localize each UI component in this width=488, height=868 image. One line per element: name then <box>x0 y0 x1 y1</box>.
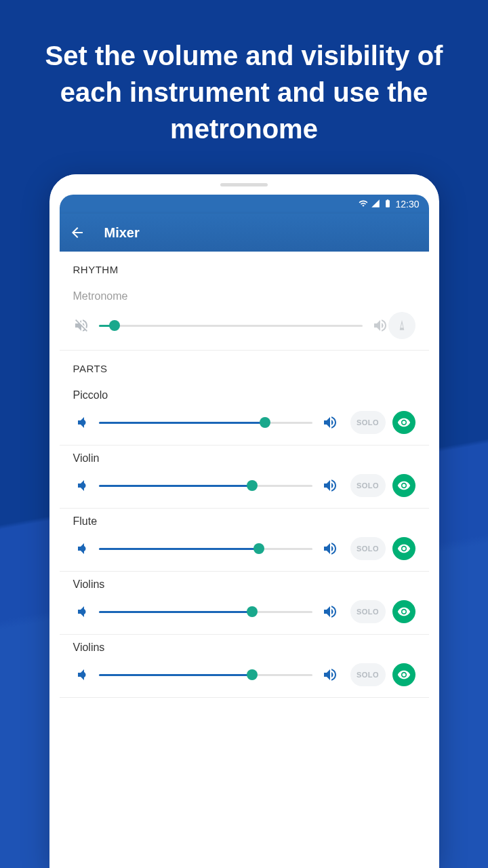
visibility-button[interactable] <box>392 663 415 686</box>
visibility-button[interactable] <box>392 537 415 560</box>
volume-mute-icon <box>73 317 89 334</box>
part-label: Flute <box>73 515 415 528</box>
mute-button[interactable] <box>73 317 89 334</box>
cellular-icon <box>371 199 380 210</box>
arrow-left-icon <box>69 224 85 241</box>
volume-up-icon <box>322 540 338 557</box>
volume-down-button[interactable] <box>73 477 89 494</box>
volume-up-button[interactable] <box>322 477 338 494</box>
volume-low-icon <box>73 604 89 620</box>
solo-button[interactable]: SOLO <box>350 600 386 623</box>
volume-up-icon <box>322 667 338 683</box>
section-header-parts: PARTS <box>60 351 429 382</box>
volume-up-icon <box>322 477 338 494</box>
metronome-item: Metronome <box>60 283 429 350</box>
status-time: 12:30 <box>395 199 419 210</box>
part-item: Violins SOLO <box>60 635 429 697</box>
part-item: Piccolo SOLO <box>60 382 429 445</box>
eye-icon <box>397 668 411 682</box>
volume-up-button[interactable] <box>322 540 338 557</box>
eye-icon <box>397 542 411 555</box>
hero-headline: Set the volume and visibility of each in… <box>0 0 488 174</box>
volume-low-icon <box>73 477 89 494</box>
volume-up-button[interactable] <box>322 414 338 431</box>
section-header-rhythm: RHYTHM <box>60 252 429 283</box>
volume-low-icon <box>73 540 89 557</box>
volume-low-icon <box>73 414 89 431</box>
volume-down-button[interactable] <box>73 540 89 557</box>
solo-button[interactable]: SOLO <box>350 537 386 560</box>
app-bar: Mixer <box>60 214 429 252</box>
back-button[interactable] <box>69 224 85 241</box>
solo-button[interactable]: SOLO <box>350 474 386 497</box>
phone-screen: 12:30 Mixer RHYTHM Metronome <box>60 195 429 868</box>
volume-up-icon <box>322 604 338 620</box>
battery-icon <box>383 199 392 210</box>
eye-icon <box>397 605 411 618</box>
volume-down-button[interactable] <box>73 604 89 620</box>
volume-up-button[interactable] <box>322 667 338 683</box>
part-item: Flute SOLO <box>60 509 429 571</box>
part-item: Violins SOLO <box>60 572 429 634</box>
part-volume-slider[interactable] <box>99 538 312 559</box>
status-bar: 12:30 <box>60 195 429 214</box>
divider <box>60 697 429 698</box>
eye-icon <box>397 416 411 429</box>
volume-up-icon <box>322 414 338 431</box>
part-item: Violin SOLO <box>60 446 429 508</box>
metronome-label: Metronome <box>73 290 415 302</box>
visibility-button[interactable] <box>392 411 415 434</box>
phone-mockup: 12:30 Mixer RHYTHM Metronome <box>49 174 439 868</box>
content-scroll[interactable]: RHYTHM Metronome <box>60 252 429 868</box>
part-volume-slider[interactable] <box>99 475 312 496</box>
solo-button[interactable]: SOLO <box>350 411 386 434</box>
tool-icon <box>395 319 409 332</box>
visibility-button[interactable] <box>392 474 415 497</box>
metronome-volume-slider[interactable] <box>99 315 363 336</box>
metronome-tool-button[interactable] <box>388 312 415 339</box>
part-volume-slider[interactable] <box>99 412 312 433</box>
volume-down-button[interactable] <box>73 414 89 431</box>
phone-notch <box>49 174 439 195</box>
visibility-button[interactable] <box>392 600 415 623</box>
part-volume-slider[interactable] <box>99 601 312 622</box>
part-label: Violins <box>73 578 415 591</box>
part-volume-slider[interactable] <box>99 665 312 685</box>
solo-button[interactable]: SOLO <box>350 663 386 686</box>
volume-up-button[interactable] <box>322 604 338 620</box>
volume-low-icon <box>73 667 89 683</box>
volume-down-button[interactable] <box>73 667 89 683</box>
part-label: Violins <box>73 642 415 654</box>
volume-up-icon <box>372 317 388 334</box>
eye-icon <box>397 479 411 492</box>
wifi-icon <box>359 199 368 210</box>
part-label: Violin <box>73 452 415 465</box>
volume-up-button[interactable] <box>372 317 388 334</box>
part-label: Piccolo <box>73 389 415 401</box>
app-bar-title: Mixer <box>104 225 140 241</box>
